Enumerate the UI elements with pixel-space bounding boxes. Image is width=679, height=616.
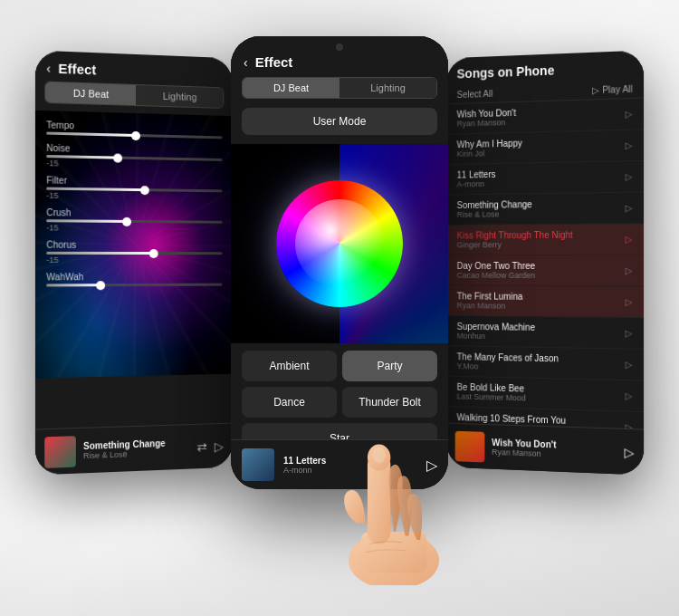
right-play-icon[interactable]: ▷: [625, 445, 635, 460]
left-now-playing: Something Change Rise & Lose ⇄ ▷: [35, 423, 233, 476]
left-play-icon[interactable]: ▷: [215, 438, 225, 453]
right-song-info: Wish You Don't Ryan Manson: [492, 438, 624, 461]
left-slider-wahwah: WahWah: [35, 268, 233, 292]
center-album-art: [242, 448, 274, 481]
play-icon[interactable]: ▷: [626, 140, 633, 150]
select-all-button[interactable]: Select All: [457, 89, 493, 100]
play-icon[interactable]: ▷: [626, 328, 633, 338]
left-song-info: Something Change Rise & Lose: [83, 438, 197, 461]
center-back-arrow[interactable]: ‹: [244, 55, 248, 70]
center-song-info: 11 Letters A-monn: [283, 456, 426, 475]
center-phone-screen: ‹ Effect DJ Beat Lighting User Mode Ambi…: [231, 36, 448, 489]
reflection: [0, 525, 679, 616]
left-tab-lighting[interactable]: Lighting: [136, 85, 223, 108]
left-album-art: [44, 436, 76, 468]
song-info: Be Bold Like Bee Last Summer Mood: [457, 382, 626, 406]
song-info: Day One Two Three Cacao Mellow Garden: [457, 261, 626, 280]
play-icon[interactable]: ▷: [626, 265, 633, 275]
song-info: 11 Letters A-monn: [457, 167, 626, 188]
song-title: Day One Two Three: [457, 261, 626, 271]
song-title: Kiss Right Through The Night: [457, 229, 626, 240]
center-now-playing: 11 Letters A-monn ▷: [231, 439, 448, 489]
play-icon[interactable]: ▷: [626, 203, 633, 213]
ambient-button[interactable]: Ambient: [242, 351, 337, 381]
play-icon[interactable]: ▷: [626, 390, 633, 400]
list-item[interactable]: Why Am I Happy Kirin Jol ▷: [446, 130, 644, 165]
song-info: Wish You Don't Ryan Manson: [457, 104, 626, 128]
center-effect-title: Effect: [255, 54, 293, 70]
left-phone-screen: ‹ Effect DJ Beat Lighting Tempo: [35, 51, 233, 476]
song-artist: Ginger Berry: [457, 240, 626, 250]
play-icon[interactable]: ▷: [626, 297, 633, 307]
center-tab-djbeat[interactable]: DJ Beat: [243, 78, 340, 98]
list-item[interactable]: Something Change Rise & Lose ▷: [446, 193, 644, 226]
color-wheel-background: [231, 144, 448, 343]
play-icon[interactable]: ▷: [626, 171, 633, 181]
center-effect-header: ‹ Effect: [231, 36, 448, 77]
center-tab-bar: DJ Beat Lighting: [242, 77, 437, 99]
list-item[interactable]: 11 Letters A-monn ▷: [446, 161, 644, 196]
play-icon[interactable]: ▷: [626, 234, 633, 244]
left-slider-filter: Filter -15: [35, 171, 233, 206]
song-artist: A-monn: [457, 178, 626, 189]
list-item[interactable]: The First Lumina Ryan Manson ▷: [446, 286, 644, 319]
play-icon[interactable]: ▷: [626, 109, 633, 119]
scene: ‹ Effect DJ Beat Lighting Tempo: [0, 0, 679, 616]
left-effect-title: Effect: [58, 61, 96, 78]
left-slider-noise: Noise -15: [35, 139, 233, 174]
svg-point-0: [349, 532, 439, 585]
song-info: The First Lumina Ryan Manson: [457, 291, 626, 311]
song-artist: Ryan Manson: [457, 301, 626, 312]
party-button[interactable]: Party: [342, 351, 437, 381]
left-tab-djbeat[interactable]: DJ Beat: [45, 82, 136, 105]
song-info: The Many Faces of Jason Y.Moo: [457, 351, 626, 374]
left-slider-chorus: Chorus -15: [35, 236, 233, 268]
center-tab-lighting[interactable]: Lighting: [340, 78, 436, 98]
color-wheel[interactable]: [276, 180, 403, 307]
center-play-icon[interactable]: ▷: [426, 457, 437, 474]
right-phone: Songs on Phone Select All ▷ Play All Wis…: [446, 51, 644, 476]
right-now-playing: Wish You Don't Ryan Manson ▷: [446, 423, 644, 476]
list-item[interactable]: Kiss Right Through The Night Ginger Berr…: [446, 224, 644, 255]
song-artist: Monhun: [457, 332, 626, 343]
center-song-title: 11 Letters: [283, 456, 426, 466]
thunder-bolt-button[interactable]: Thunder Bolt: [342, 387, 437, 418]
list-item[interactable]: Day One Two Three Cacao Mellow Garden ▷: [446, 255, 644, 287]
left-playback-controls: ⇄ ▷: [197, 438, 225, 454]
song-artist: Cacao Mellow Garden: [457, 271, 626, 280]
song-list: Wish You Don't Ryan Manson ▷ Why Am I Ha…: [446, 99, 644, 476]
song-info: Something Change Rise & Lose: [457, 198, 626, 219]
user-mode-button[interactable]: User Mode: [242, 108, 437, 135]
play-icon[interactable]: ▷: [626, 360, 633, 370]
songs-title: Songs on Phone: [457, 60, 633, 81]
center-song-artist: A-monn: [283, 466, 426, 475]
list-item[interactable]: The Many Faces of Jason Y.Moo ▷: [446, 346, 644, 380]
left-phone: ‹ Effect DJ Beat Lighting Tempo: [35, 51, 233, 476]
left-slider-crush: Crush -15: [35, 204, 233, 237]
right-phone-screen: Songs on Phone Select All ▷ Play All Wis…: [446, 51, 644, 476]
song-info: Supernova Machine Monhun: [457, 322, 626, 342]
song-artist: Rise & Lose: [457, 208, 626, 219]
svg-rect-1: [361, 532, 427, 573]
song-info: Why Am I Happy Kirin Jol: [457, 136, 626, 159]
left-shuffle-icon[interactable]: ⇄: [197, 439, 208, 454]
list-item[interactable]: Wish You Don't Ryan Manson ▷: [446, 99, 644, 135]
left-back-arrow[interactable]: ‹: [46, 61, 51, 75]
song-info: Kiss Right Through The Night Ginger Berr…: [457, 229, 626, 249]
effect-buttons-grid: Ambient Party Dance Thunder Bolt Star: [231, 351, 448, 454]
center-phone: ‹ Effect DJ Beat Lighting User Mode Ambi…: [231, 36, 448, 489]
right-album-art: [455, 430, 485, 462]
left-effect-bg: Tempo Noise -15: [35, 111, 233, 379]
dance-button[interactable]: Dance: [242, 387, 337, 418]
play-all-button[interactable]: ▷ Play All: [592, 84, 632, 96]
list-item[interactable]: Supernova Machine Monhun ▷: [446, 316, 644, 350]
